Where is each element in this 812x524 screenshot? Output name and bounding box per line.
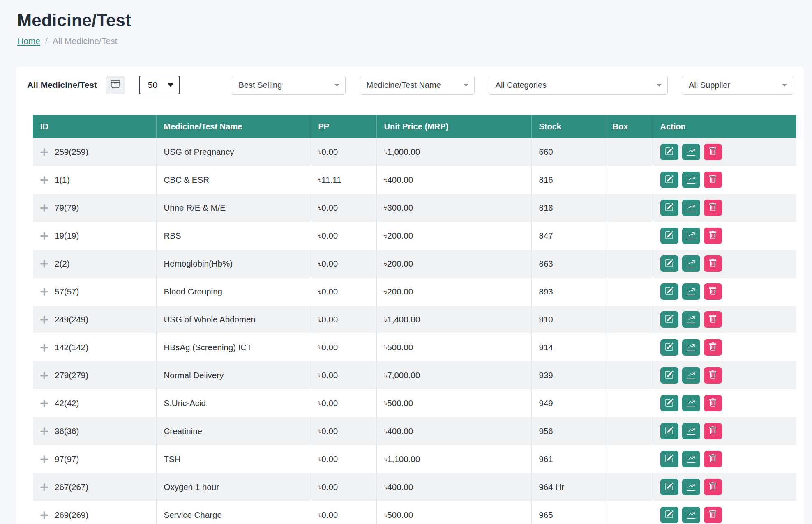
expand-plus-icon[interactable] bbox=[40, 316, 48, 324]
trash-icon bbox=[708, 203, 717, 213]
row-pp: ৳11.11 bbox=[311, 166, 376, 194]
expand-plus-icon[interactable] bbox=[40, 400, 48, 407]
row-unit-price: ৳200.00 bbox=[376, 250, 531, 278]
edit-button[interactable] bbox=[660, 451, 678, 467]
delete-button[interactable] bbox=[704, 479, 722, 495]
table-header-row: IDMedicine/Test NamePPUnit Price (MRP)St… bbox=[33, 115, 796, 138]
chart-button[interactable] bbox=[682, 200, 700, 216]
edit-button[interactable] bbox=[660, 144, 678, 160]
archive-button[interactable] bbox=[106, 76, 125, 94]
row-stock: 818 bbox=[531, 194, 605, 222]
chart-button[interactable] bbox=[682, 507, 700, 523]
expand-plus-icon[interactable] bbox=[40, 260, 48, 268]
table-container: IDMedicine/Test NamePPUnit Price (MRP)St… bbox=[16, 103, 804, 524]
chart-button[interactable] bbox=[682, 228, 700, 244]
edit-button[interactable] bbox=[660, 311, 678, 328]
breadcrumb-home-link[interactable]: Home bbox=[17, 36, 40, 46]
row-id: 142(142) bbox=[55, 342, 88, 352]
expand-plus-icon[interactable] bbox=[40, 455, 48, 463]
category-filter-select[interactable]: All Categories bbox=[489, 76, 668, 95]
table-row: 259(259)USG of Pregnancy৳0.00৳1,000.0066… bbox=[33, 138, 796, 166]
chart-line-icon bbox=[687, 482, 695, 492]
row-pp: ৳0.00 bbox=[311, 222, 376, 250]
per-page-select[interactable]: 50 bbox=[139, 76, 180, 94]
delete-button[interactable] bbox=[704, 283, 722, 300]
delete-button[interactable] bbox=[704, 172, 722, 188]
delete-button[interactable] bbox=[704, 144, 722, 160]
edit-button[interactable] bbox=[660, 423, 678, 439]
edit-button[interactable] bbox=[660, 479, 678, 495]
edit-pencil-icon bbox=[665, 426, 674, 436]
table-row: 97(97)TSH৳0.00৳1,100.00961 bbox=[33, 445, 796, 473]
chevron-down-icon bbox=[657, 84, 662, 87]
row-stock: 956 bbox=[531, 417, 605, 445]
delete-button[interactable] bbox=[704, 200, 722, 216]
delete-button[interactable] bbox=[704, 339, 722, 356]
row-id: 1(1) bbox=[55, 175, 69, 185]
edit-button[interactable] bbox=[660, 367, 678, 384]
column-header: Medicine/Test Name bbox=[156, 115, 311, 138]
sort-filter-select[interactable]: Best Selling bbox=[232, 76, 346, 95]
chart-button[interactable] bbox=[682, 255, 700, 272]
row-actions bbox=[660, 283, 789, 300]
edit-button[interactable] bbox=[660, 200, 678, 216]
expand-plus-icon[interactable] bbox=[40, 483, 48, 491]
row-actions bbox=[660, 144, 789, 160]
edit-button[interactable] bbox=[660, 255, 678, 272]
column-header: ID bbox=[33, 115, 156, 138]
edit-button[interactable] bbox=[660, 172, 678, 188]
delete-button[interactable] bbox=[704, 255, 722, 272]
row-box bbox=[605, 361, 653, 389]
delete-button[interactable] bbox=[704, 423, 722, 439]
edit-button[interactable] bbox=[660, 395, 678, 411]
table-row: 57(57)Blood Grouping৳0.00৳200.00893 bbox=[33, 278, 796, 306]
row-pp: ৳0.00 bbox=[311, 445, 376, 473]
expand-plus-icon[interactable] bbox=[40, 176, 48, 184]
breadcrumb: Home / All Medicine/Test bbox=[17, 36, 795, 46]
chart-button[interactable] bbox=[682, 283, 700, 300]
expand-plus-icon[interactable] bbox=[40, 204, 48, 212]
expand-plus-icon[interactable] bbox=[40, 232, 48, 240]
chart-button[interactable] bbox=[682, 311, 700, 328]
chart-button[interactable] bbox=[682, 423, 700, 439]
chart-line-icon bbox=[687, 287, 695, 296]
delete-button[interactable] bbox=[704, 507, 722, 523]
expand-plus-icon[interactable] bbox=[40, 511, 48, 519]
chart-button[interactable] bbox=[682, 451, 700, 467]
row-box bbox=[605, 278, 653, 306]
chart-button[interactable] bbox=[682, 172, 700, 188]
name-filter-select[interactable]: Medicine/Test Name bbox=[360, 76, 475, 95]
column-header: Stock bbox=[531, 115, 605, 138]
edit-button[interactable] bbox=[660, 339, 678, 356]
trash-icon bbox=[708, 370, 717, 380]
edit-button[interactable] bbox=[660, 228, 678, 244]
delete-button[interactable] bbox=[704, 311, 722, 328]
chart-button[interactable] bbox=[682, 479, 700, 495]
expand-plus-icon[interactable] bbox=[40, 148, 48, 156]
row-name: HBsAg (Screening) ICT bbox=[156, 333, 311, 361]
trash-icon bbox=[708, 175, 717, 185]
trash-icon bbox=[708, 231, 717, 241]
expand-plus-icon[interactable] bbox=[40, 427, 48, 435]
delete-button[interactable] bbox=[704, 367, 722, 384]
supplier-filter-select[interactable]: All Supplier bbox=[682, 76, 793, 95]
row-stock: 949 bbox=[531, 389, 605, 417]
chart-button[interactable] bbox=[682, 144, 700, 160]
row-box bbox=[605, 473, 653, 501]
delete-button[interactable] bbox=[704, 451, 722, 467]
chart-line-icon bbox=[687, 147, 695, 157]
expand-plus-icon[interactable] bbox=[40, 344, 48, 352]
delete-button[interactable] bbox=[704, 228, 722, 244]
edit-button[interactable] bbox=[660, 507, 678, 523]
chart-button[interactable] bbox=[682, 395, 700, 411]
edit-button[interactable] bbox=[660, 283, 678, 300]
row-pp: ৳0.00 bbox=[311, 333, 376, 361]
chart-button[interactable] bbox=[682, 339, 700, 356]
chart-line-icon bbox=[687, 231, 695, 241]
row-id: 2(2) bbox=[55, 259, 69, 269]
expand-plus-icon[interactable] bbox=[40, 372, 48, 379]
chart-button[interactable] bbox=[682, 367, 700, 384]
delete-button[interactable] bbox=[704, 395, 722, 411]
expand-plus-icon[interactable] bbox=[40, 288, 48, 296]
chart-line-icon bbox=[687, 259, 695, 269]
